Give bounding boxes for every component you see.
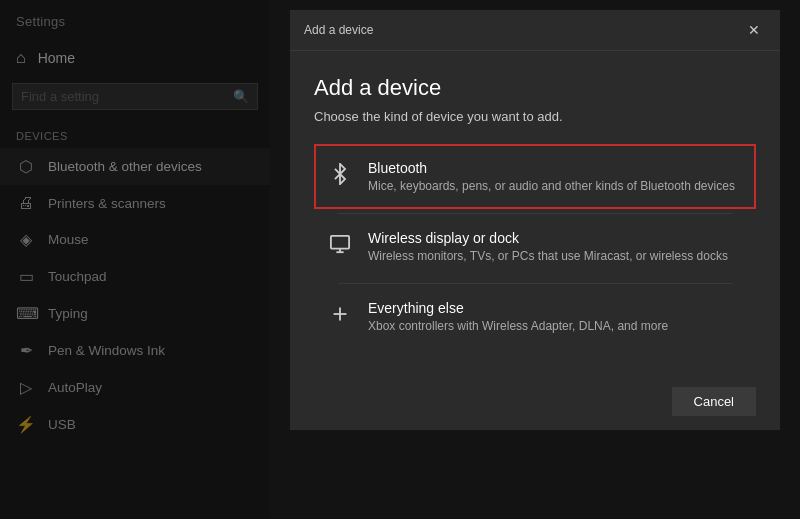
everything-option-icon <box>328 303 352 330</box>
everything-option-text: Everything else Xbox controllers with Wi… <box>368 300 668 333</box>
dialog-close-button[interactable]: ✕ <box>742 20 766 40</box>
everything-option-desc: Xbox controllers with Wireless Adapter, … <box>368 319 668 333</box>
bluetooth-option-icon <box>328 163 352 190</box>
dialog-heading: Add a device <box>314 75 756 101</box>
device-option-everything[interactable]: Everything else Xbox controllers with Wi… <box>314 284 756 349</box>
cancel-button[interactable]: Cancel <box>672 387 756 416</box>
wireless-option-icon <box>328 234 352 259</box>
wireless-option-title: Wireless display or dock <box>368 230 728 246</box>
dialog-footer: Cancel <box>290 373 780 430</box>
add-device-dialog: Add a device ✕ Add a device Choose the k… <box>290 10 780 430</box>
dialog-titlebar: Add a device ✕ <box>290 10 780 51</box>
bluetooth-option-text: Bluetooth Mice, keyboards, pens, or audi… <box>368 160 735 193</box>
dialog-subtitle: Choose the kind of device you want to ad… <box>314 109 756 124</box>
wireless-option-desc: Wireless monitors, TVs, or PCs that use … <box>368 249 728 263</box>
dialog-title-text: Add a device <box>304 23 373 37</box>
bluetooth-option-desc: Mice, keyboards, pens, or audio and othe… <box>368 179 735 193</box>
bluetooth-option-title: Bluetooth <box>368 160 735 176</box>
wireless-option-text: Wireless display or dock Wireless monito… <box>368 230 728 263</box>
device-option-wireless[interactable]: Wireless display or dock Wireless monito… <box>314 214 756 279</box>
svg-rect-0 <box>331 236 349 249</box>
device-option-bluetooth[interactable]: Bluetooth Mice, keyboards, pens, or audi… <box>314 144 756 209</box>
everything-option-title: Everything else <box>368 300 668 316</box>
dialog-body: Add a device Choose the kind of device y… <box>290 51 780 373</box>
